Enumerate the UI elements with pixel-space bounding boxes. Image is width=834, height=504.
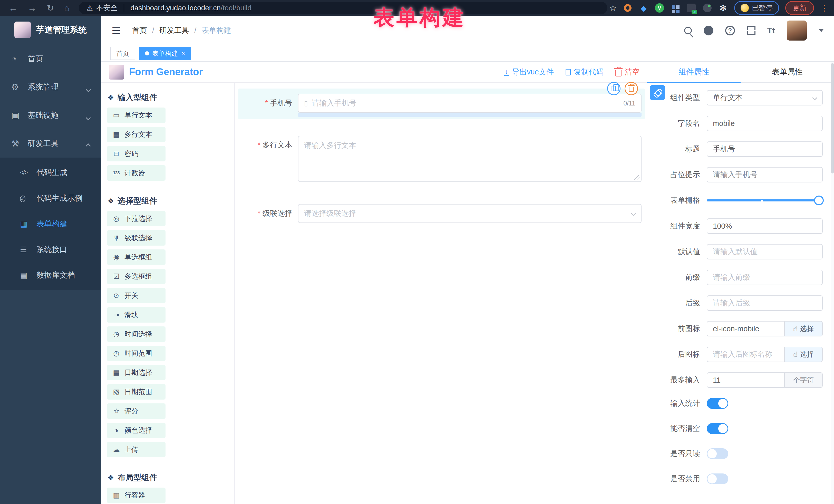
sidebar-item-system-api[interactable]: ☰ 系统接口 <box>0 237 101 262</box>
input-stats-toggle[interactable] <box>707 398 728 409</box>
component-type-select[interactable]: 单行文本 <box>707 90 823 106</box>
sidebar-item-form-builder[interactable]: ▦ 表单构建 <box>0 211 101 237</box>
widget-delete-button[interactable] <box>624 82 638 95</box>
slider-track[interactable] <box>707 199 823 201</box>
palette-item-password[interactable]: ⊟ 密码 <box>107 146 166 161</box>
slider-handle[interactable] <box>814 196 824 205</box>
palette-item-slider[interactable]: ⊸ 滑块 <box>107 307 166 323</box>
sidebar-logo-row[interactable]: 芋道管理系统 <box>0 16 101 45</box>
sidebar-item-devtools[interactable]: ⚒ 研发工具 <box>0 129 101 158</box>
field-name-input[interactable]: mobile <box>707 116 823 131</box>
top-header: ☰ 首页 / 研发工具 / 表单构建 ? Tt <box>101 16 834 45</box>
widget-cascader[interactable]: 级联选择 请选择级联选择 <box>238 204 644 223</box>
scrollbar-thumb[interactable] <box>831 63 834 174</box>
toggle-knob <box>718 399 727 408</box>
forward-icon[interactable]: → <box>28 3 37 13</box>
sidebar-item-infra[interactable]: ▣ 基础设施 <box>0 101 101 129</box>
avatar[interactable] <box>787 21 807 41</box>
back-icon[interactable]: ← <box>9 3 18 13</box>
palette-item-cascader[interactable]: ⋔ 级联选择 <box>107 230 166 246</box>
tab-home[interactable]: 首页 <box>110 47 135 60</box>
max-length-input[interactable]: 11 <box>707 372 784 388</box>
browser-menu-icon[interactable]: ⋮ <box>820 3 828 13</box>
placeholder-input[interactable]: 请输入手机号 <box>707 167 823 182</box>
breadcrumb-home[interactable]: 首页 <box>132 25 147 36</box>
extension-icon[interactable] <box>686 3 696 13</box>
sidebar-item-db-doc[interactable]: ▤ 数据库文档 <box>0 262 101 288</box>
resize-handle[interactable] <box>634 175 639 180</box>
reload-icon[interactable]: ↻ <box>47 3 54 13</box>
cascader-select[interactable]: 请选择级联选择 <box>298 204 641 223</box>
prefix-icon-input[interactable]: el-icon-mobile <box>707 321 784 336</box>
palette-item-radio-group[interactable]: ◉ 单选框组 <box>107 249 166 265</box>
tab-form-props[interactable]: 表单属性 <box>741 62 834 82</box>
component-width-input[interactable]: 100% <box>707 218 823 234</box>
export-vue-button[interactable]: ↓ 导出vue文件 <box>504 67 554 77</box>
widget-textarea[interactable]: 多行文本 请输入多行文本 <box>238 136 644 182</box>
security-warning[interactable]: ⚠ 不安全 <box>86 3 117 13</box>
suffix-icon-select-button[interactable]: ☝ 选择 <box>784 347 823 362</box>
clock-icon: ◷ <box>112 330 121 338</box>
palette-item-switch[interactable]: ⊙ 开关 <box>107 288 166 303</box>
extension-icon[interactable]: ◆ <box>639 3 649 13</box>
palette-item-upload[interactable]: ☁ 上传 <box>107 442 166 457</box>
palette-item-textarea[interactable]: ▤ 多行文本 <box>107 127 166 142</box>
fullscreen-icon[interactable] <box>747 26 755 35</box>
palette-item-date-range[interactable]: ▧ 日期范围 <box>107 384 166 399</box>
sidebar-item-home[interactable]: ◔ 首页 <box>0 45 101 73</box>
chevron-down-icon[interactable] <box>819 29 824 32</box>
palette-item-color-picker[interactable]: ◑ 颜色选择 <box>107 423 166 438</box>
palette-item-time-picker[interactable]: ◷ 时间选择 <box>107 326 166 342</box>
clearable-toggle[interactable] <box>707 423 728 434</box>
palette-item-row-container[interactable]: ▥ 行容器 <box>107 487 166 503</box>
sidebar-item-system[interactable]: ⚙ 系统管理 <box>0 73 101 101</box>
address-bar[interactable]: ⚠ 不安全 dashboard.yudao.iocoder.cn /tool/b… <box>79 2 608 14</box>
scrollbar[interactable] <box>831 62 834 504</box>
collapse-menu-icon[interactable]: ☰ <box>112 25 121 37</box>
widget-drag-strip[interactable] <box>298 113 641 117</box>
palette-item-date-picker[interactable]: ▦ 日期选择 <box>107 365 166 380</box>
update-button[interactable]: 更新 <box>785 1 814 15</box>
extension-icon[interactable] <box>702 3 712 13</box>
extension-icon[interactable]: ✻ <box>718 3 728 13</box>
paused-badge[interactable]: 已暂停 <box>734 1 779 15</box>
palette-item-time-range[interactable]: ◴ 时间范围 <box>107 346 166 361</box>
form-grid-slider[interactable] <box>707 193 823 208</box>
palette-item-counter[interactable]: 123 计数器 <box>107 165 166 181</box>
title-input[interactable]: 手机号 <box>707 141 823 157</box>
github-icon[interactable] <box>704 26 714 36</box>
sidebar-item-codegen[interactable]: </> 代码生成 <box>0 160 101 185</box>
suffix-input[interactable]: 请输入后缀 <box>707 295 823 311</box>
home-icon[interactable]: ⌂ <box>64 3 70 13</box>
link-button[interactable] <box>650 85 665 100</box>
widget-mobile-selected[interactable]: 手机号 ▯ 请输入手机号 0/11 <box>238 89 644 119</box>
breadcrumb-devtools[interactable]: 研发工具 <box>159 25 189 36</box>
suffix-icon-input[interactable]: 请输入后图标名称 <box>707 347 784 362</box>
font-size-icon[interactable]: Tt <box>767 26 775 36</box>
widget-copy-button[interactable] <box>607 82 620 95</box>
url-host: dashboard.yudao.iocoder.cn <box>130 4 221 12</box>
prefix-icon-select-button[interactable]: ☝ 选择 <box>784 321 823 336</box>
search-icon[interactable] <box>684 27 692 35</box>
extension-icon[interactable] <box>671 3 680 13</box>
sidebar-item-codegen-demo[interactable]: ✓ 代码生成示例 <box>0 185 101 211</box>
palette-item-rate[interactable]: ☆ 评分 <box>107 403 166 419</box>
extension-icon[interactable]: V <box>655 3 664 13</box>
clear-button[interactable]: 清空 <box>615 67 639 77</box>
palette-item-dropdown[interactable]: ◎ 下拉选择 <box>107 211 166 226</box>
tab-form-builder[interactable]: 表单构建 × <box>139 47 191 60</box>
tab-component-props[interactable]: 组件属性 <box>647 62 741 82</box>
mobile-input[interactable]: ▯ 请输入手机号 0/11 <box>298 94 641 113</box>
bookmark-star-icon[interactable]: ☆ <box>609 3 617 13</box>
prefix-input[interactable]: 请输入前缀 <box>707 270 823 285</box>
textarea-input[interactable]: 请输入多行文本 <box>298 136 641 182</box>
help-icon[interactable]: ? <box>725 26 735 36</box>
disabled-toggle[interactable] <box>707 474 728 484</box>
default-value-input[interactable]: 请输入默认值 <box>707 244 823 259</box>
extension-icon[interactable] <box>623 3 633 13</box>
close-icon[interactable]: × <box>181 50 185 57</box>
palette-item-checkbox-group[interactable]: ☑ 多选框组 <box>107 269 166 284</box>
readonly-toggle[interactable] <box>707 448 728 459</box>
copy-code-button[interactable]: 复制代码 <box>566 67 603 77</box>
palette-item-single-text[interactable]: ▭ 单行文本 <box>107 108 166 123</box>
